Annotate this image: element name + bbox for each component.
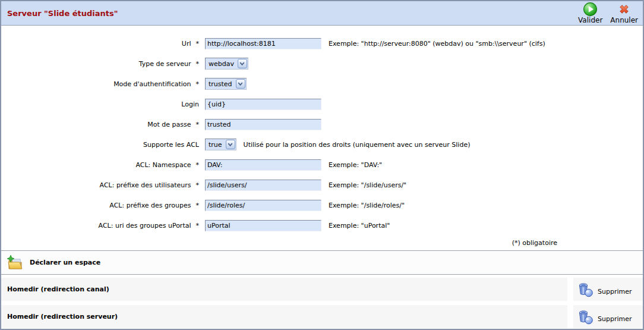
form-row-acl-prefixe-des-utilisateurs: ACL: préfixe des utilisateurs* Exemple: … [1, 175, 643, 195]
field-label: Login [181, 100, 199, 108]
field-mot-de-passe-input[interactable] [205, 119, 321, 130]
field-note: Exemple: "DAV:" [329, 161, 382, 169]
form-row-acl-uri-des-groupes-uportal: ACL: uri des groupes uPortal* Exemple: "… [1, 215, 643, 235]
select-value: true [206, 141, 226, 149]
form-row-url: Url* Exemple: "http://serveur:8080" (web… [1, 33, 643, 54]
space-name: Homedir (redirection canal) [7, 285, 109, 293]
space-name: Homedir (redirection serveur) [7, 313, 118, 320]
server-config-window: Serveur "Slide étudiants" [0, 0, 644, 330]
delete-button-label: Supprimer [598, 288, 632, 298]
delete-button-label: Supprimer [598, 315, 632, 325]
red-x-icon [617, 2, 632, 17]
required-marker: * [196, 202, 200, 209]
field-label: Mode d'authentification [113, 80, 191, 88]
space-row-homedir-redirection-serveur: Homedir (redirection serveur) [1, 305, 643, 328]
required-marker: * [196, 161, 200, 169]
field-label: Mot de passe [147, 121, 191, 128]
field-label: ACL: préfixe des groupes [109, 202, 191, 209]
select-value: trusted [206, 80, 236, 88]
blue-trash-icon [577, 281, 594, 298]
field-note: Exemple: "http://serveur:8080" (webdav) … [329, 40, 545, 48]
space-name-cell: Homedir (redirection canal) [1, 278, 567, 301]
field-acl-uri-des-groupes-uportal-input[interactable] [205, 220, 321, 231]
form-row-acl-prefixe-des-groupes: ACL: préfixe des groupes* Exemple: "/sli… [1, 195, 643, 215]
chevron-down-icon [236, 79, 245, 89]
required-marker: * [196, 40, 200, 48]
validate-button[interactable]: Valider [578, 2, 602, 24]
chevron-down-icon [238, 59, 247, 68]
space-name-cell: Homedir (redirection serveur) [1, 305, 567, 328]
form-row-login: Login [1, 94, 643, 114]
field-label: ACL: préfixe des utilisateurs [100, 181, 191, 189]
required-marker: * [196, 121, 200, 128]
field-note: Utilisé pour la position des droits (uni… [244, 141, 471, 149]
form-row-supporte-les-acl: Supporte les ACL true Utilisé pour la po… [1, 134, 643, 155]
field-label: Url [182, 40, 191, 48]
header-actions: Valider Annuler [578, 2, 643, 24]
field-url-input[interactable] [205, 38, 321, 49]
required-marker: * [196, 222, 200, 230]
select-value: webdav [206, 60, 238, 68]
spaces-list: Homedir (redirection canal) [1, 275, 643, 328]
field-label: Type de serveur [139, 60, 191, 68]
server-form: Url* Exemple: "http://serveur:8080" (web… [1, 26, 643, 251]
field-login-input[interactable] [205, 99, 321, 110]
required-footnote: (*) obligatoire [1, 235, 643, 250]
form-row-type-de-serveur: Type de serveur* webdav [1, 54, 643, 74]
form-row-mode-d-authentification: Mode d'authentification* trusted [1, 74, 643, 94]
field-note: Exemple: "/slide/users/" [329, 181, 406, 189]
chevron-down-icon [226, 140, 235, 149]
delete-space-button[interactable]: Supprimer [573, 278, 643, 301]
header-bar: Serveur "Slide étudiants" [1, 1, 643, 26]
cancel-button-label: Annuler [610, 17, 638, 24]
field-acl-prefixe-des-utilisateurs-input[interactable] [205, 180, 321, 191]
field-acl-namespace-input[interactable] [205, 159, 321, 171]
validate-button-label: Valider [578, 17, 602, 24]
field-label: Supporte les ACL [143, 141, 199, 149]
green-play-circle-icon [583, 2, 598, 17]
cancel-button[interactable]: Annuler [610, 2, 638, 24]
field-label: ACL: uri des groupes uPortal [99, 222, 191, 230]
declare-space-label: Déclarer un espace [30, 259, 100, 266]
delete-space-button[interactable]: Supprimer [573, 305, 643, 328]
field-type-de-serveur-select[interactable]: webdav [205, 58, 248, 70]
required-marker: * [196, 80, 200, 88]
field-note: Exemple: "/slide/roles/" [329, 202, 405, 209]
field-supporte-les-acl-select[interactable]: true [205, 139, 236, 150]
field-label: ACL: Namespace [135, 161, 191, 169]
declare-space-button[interactable]: Déclarer un espace [1, 251, 643, 275]
blue-trash-icon [577, 309, 594, 325]
required-marker: * [196, 181, 200, 189]
space-row-homedir-redirection-canal: Homedir (redirection canal) [1, 278, 643, 301]
required-marker: * [196, 60, 200, 68]
form-row-mot-de-passe: Mot de passe* [1, 114, 643, 134]
form-row-acl-namespace: ACL: Namespace* Exemple: "DAV:" [1, 155, 643, 175]
field-acl-prefixe-des-groupes-input[interactable] [205, 200, 321, 211]
add-folder-icon [6, 254, 24, 271]
field-note: Exemple: "uPortal" [329, 222, 390, 230]
page-title: Serveur "Slide étudiants" [1, 9, 118, 18]
field-mode-d-authentification-select[interactable]: trusted [205, 78, 247, 90]
